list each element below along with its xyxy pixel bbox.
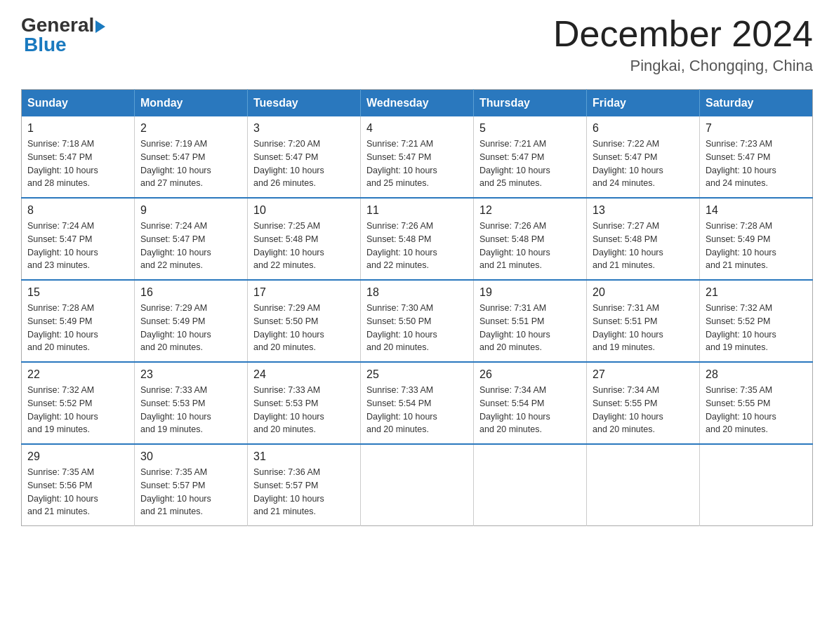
day-cell: 4 Sunrise: 7:21 AMSunset: 5:47 PMDayligh… [361,116,474,198]
day-info: Sunrise: 7:32 AMSunset: 5:52 PMDaylight:… [27,384,128,436]
week-row-1: 1 Sunrise: 7:18 AMSunset: 5:47 PMDayligh… [22,116,813,198]
day-cell: 20 Sunrise: 7:31 AMSunset: 5:51 PMDaylig… [587,280,700,362]
page-header: General Blue December 2024 Pingkai, Chon… [21,14,813,75]
day-cell: 10 Sunrise: 7:25 AMSunset: 5:48 PMDaylig… [248,198,361,280]
day-number: 18 [366,286,468,299]
day-number: 15 [27,286,128,299]
weekday-wednesday: Wednesday [361,90,474,117]
weekday-saturday: Saturday [700,90,813,117]
week-row-4: 22 Sunrise: 7:32 AMSunset: 5:52 PMDaylig… [22,362,813,444]
day-cell [474,444,587,526]
day-cell: 8 Sunrise: 7:24 AMSunset: 5:47 PMDayligh… [22,198,135,280]
day-number: 16 [140,286,241,299]
day-info: Sunrise: 7:28 AMSunset: 5:49 PMDaylight:… [706,220,807,272]
day-number: 13 [593,204,694,217]
weekday-sunday: Sunday [22,90,135,117]
day-info: Sunrise: 7:31 AMSunset: 5:51 PMDaylight:… [593,302,694,354]
day-info: Sunrise: 7:22 AMSunset: 5:47 PMDaylight:… [593,137,694,190]
day-cell: 13 Sunrise: 7:27 AMSunset: 5:48 PMDaylig… [587,198,700,280]
day-cell: 27 Sunrise: 7:34 AMSunset: 5:55 PMDaylig… [587,362,700,444]
day-cell: 19 Sunrise: 7:31 AMSunset: 5:51 PMDaylig… [474,280,587,362]
day-info: Sunrise: 7:21 AMSunset: 5:47 PMDaylight:… [366,137,468,190]
day-info: Sunrise: 7:35 AMSunset: 5:56 PMDaylight:… [27,466,128,518]
day-info: Sunrise: 7:28 AMSunset: 5:49 PMDaylight:… [27,302,128,354]
day-cell [361,444,474,526]
day-cell: 23 Sunrise: 7:33 AMSunset: 5:53 PMDaylig… [135,362,248,444]
day-cell: 28 Sunrise: 7:35 AMSunset: 5:55 PMDaylig… [700,362,813,444]
day-cell: 16 Sunrise: 7:29 AMSunset: 5:49 PMDaylig… [135,280,248,362]
week-row-5: 29 Sunrise: 7:35 AMSunset: 5:56 PMDaylig… [22,444,813,526]
calendar-table: SundayMondayTuesdayWednesdayThursdayFrid… [21,89,813,526]
day-number: 20 [593,286,694,299]
weekday-thursday: Thursday [474,90,587,117]
day-cell: 17 Sunrise: 7:29 AMSunset: 5:50 PMDaylig… [248,280,361,362]
day-info: Sunrise: 7:35 AMSunset: 5:55 PMDaylight:… [706,384,807,436]
day-cell: 31 Sunrise: 7:36 AMSunset: 5:57 PMDaylig… [248,444,361,526]
weekday-friday: Friday [587,90,700,117]
day-info: Sunrise: 7:33 AMSunset: 5:53 PMDaylight:… [140,384,241,436]
day-cell: 2 Sunrise: 7:19 AMSunset: 5:47 PMDayligh… [135,116,248,198]
calendar-title: December 2024 [553,14,813,54]
day-number: 26 [479,368,581,381]
day-cell: 11 Sunrise: 7:26 AMSunset: 5:48 PMDaylig… [361,198,474,280]
day-cell: 6 Sunrise: 7:22 AMSunset: 5:47 PMDayligh… [587,116,700,198]
calendar-subtitle: Pingkai, Chongqing, China [553,57,813,75]
week-row-3: 15 Sunrise: 7:28 AMSunset: 5:49 PMDaylig… [22,280,813,362]
day-info: Sunrise: 7:24 AMSunset: 5:47 PMDaylight:… [27,220,128,272]
day-cell [587,444,700,526]
weekday-monday: Monday [135,90,248,117]
day-number: 25 [366,368,468,381]
day-cell: 26 Sunrise: 7:34 AMSunset: 5:54 PMDaylig… [474,362,587,444]
weekday-header-row: SundayMondayTuesdayWednesdayThursdayFrid… [22,90,813,117]
day-info: Sunrise: 7:34 AMSunset: 5:54 PMDaylight:… [479,384,581,436]
day-info: Sunrise: 7:20 AMSunset: 5:47 PMDaylight:… [253,137,355,190]
day-number: 4 [366,122,468,135]
day-number: 3 [253,122,355,135]
day-number: 23 [140,368,241,381]
day-cell: 7 Sunrise: 7:23 AMSunset: 5:47 PMDayligh… [700,116,813,198]
day-number: 14 [706,204,807,217]
day-info: Sunrise: 7:21 AMSunset: 5:47 PMDaylight:… [479,137,581,190]
day-info: Sunrise: 7:29 AMSunset: 5:50 PMDaylight:… [253,302,355,354]
day-info: Sunrise: 7:29 AMSunset: 5:49 PMDaylight:… [140,302,241,354]
day-number: 29 [27,450,128,463]
day-cell: 5 Sunrise: 7:21 AMSunset: 5:47 PMDayligh… [474,116,587,198]
title-block: December 2024 Pingkai, Chongqing, China [553,14,813,75]
logo-arrow-icon [95,20,105,33]
day-info: Sunrise: 7:27 AMSunset: 5:48 PMDaylight:… [593,220,694,272]
day-number: 19 [479,286,581,299]
day-info: Sunrise: 7:19 AMSunset: 5:47 PMDaylight:… [140,137,241,190]
day-cell: 9 Sunrise: 7:24 AMSunset: 5:47 PMDayligh… [135,198,248,280]
week-row-2: 8 Sunrise: 7:24 AMSunset: 5:47 PMDayligh… [22,198,813,280]
day-cell: 3 Sunrise: 7:20 AMSunset: 5:47 PMDayligh… [248,116,361,198]
day-number: 17 [253,286,355,299]
day-cell: 24 Sunrise: 7:33 AMSunset: 5:53 PMDaylig… [248,362,361,444]
day-info: Sunrise: 7:33 AMSunset: 5:53 PMDaylight:… [253,384,355,436]
weekday-tuesday: Tuesday [248,90,361,117]
day-info: Sunrise: 7:36 AMSunset: 5:57 PMDaylight:… [253,466,355,518]
day-cell: 12 Sunrise: 7:26 AMSunset: 5:48 PMDaylig… [474,198,587,280]
day-info: Sunrise: 7:18 AMSunset: 5:47 PMDaylight:… [27,137,128,190]
day-cell: 29 Sunrise: 7:35 AMSunset: 5:56 PMDaylig… [22,444,135,526]
logo: General Blue [21,14,105,56]
day-cell: 22 Sunrise: 7:32 AMSunset: 5:52 PMDaylig… [22,362,135,444]
day-number: 22 [27,368,128,381]
day-info: Sunrise: 7:33 AMSunset: 5:54 PMDaylight:… [366,384,468,436]
day-number: 9 [140,204,241,217]
day-info: Sunrise: 7:35 AMSunset: 5:57 PMDaylight:… [140,466,241,518]
day-number: 11 [366,204,468,217]
day-number: 6 [593,122,694,135]
day-info: Sunrise: 7:32 AMSunset: 5:52 PMDaylight:… [706,302,807,354]
day-info: Sunrise: 7:31 AMSunset: 5:51 PMDaylight:… [479,302,581,354]
day-cell: 1 Sunrise: 7:18 AMSunset: 5:47 PMDayligh… [22,116,135,198]
day-number: 10 [253,204,355,217]
day-cell: 30 Sunrise: 7:35 AMSunset: 5:57 PMDaylig… [135,444,248,526]
day-number: 31 [253,450,355,463]
day-number: 8 [27,204,128,217]
day-info: Sunrise: 7:25 AMSunset: 5:48 PMDaylight:… [253,220,355,272]
day-cell: 18 Sunrise: 7:30 AMSunset: 5:50 PMDaylig… [361,280,474,362]
day-number: 30 [140,450,241,463]
day-number: 5 [479,122,581,135]
day-info: Sunrise: 7:30 AMSunset: 5:50 PMDaylight:… [366,302,468,354]
day-cell: 21 Sunrise: 7:32 AMSunset: 5:52 PMDaylig… [700,280,813,362]
